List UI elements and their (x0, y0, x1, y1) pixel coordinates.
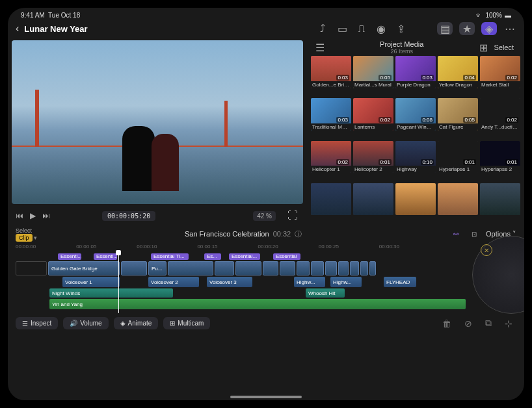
audio-track: Night WindsWhoosh Hit (16, 288, 516, 298)
video-clip[interactable]: Pu... (148, 261, 166, 275)
battery-icon: ▬ (505, 12, 511, 19)
prev-frame-button[interactable]: ⏮ (16, 211, 23, 220)
voiceover-clip[interactable]: Voiceover 2 (148, 277, 199, 287)
copy-icon[interactable]: ⧉ (481, 318, 496, 329)
voiceover-clip[interactable]: Voiceover 1 (62, 277, 120, 287)
media-item[interactable]: 0:05Cat Figure (438, 98, 478, 131)
media-title: Project Media (326, 40, 477, 48)
video-clip[interactable] (168, 261, 213, 275)
timeline-ruler[interactable]: 00:00:0000:00:0500:00:1000:00:1500:00:20… (8, 244, 524, 253)
title-clip[interactable]: Essenti... (58, 253, 81, 260)
audio-clip[interactable]: Whoosh Hit (306, 288, 345, 298)
animate-button[interactable]: ◈ Animate (114, 317, 159, 329)
export-icon[interactable]: ⇪ (394, 22, 407, 35)
title-clip[interactable]: Essential (273, 253, 300, 260)
transport-controls: ⏮ ▶ ⏭ 00:00:05:20 42 % ⛶ (8, 207, 307, 225)
media-item[interactable]: 0:02Helicopter 1 (311, 141, 351, 173)
video-clip[interactable] (350, 261, 359, 275)
zoom-display[interactable]: 42 % (253, 211, 276, 221)
media-item[interactable]: 0:03Golden...e Bridge (311, 56, 351, 88)
video-clip[interactable] (360, 261, 368, 275)
check-icon[interactable]: ⊘ (460, 318, 476, 329)
media-item[interactable]: 0:01Hyperlapse 1 (438, 141, 478, 173)
mic-icon[interactable]: ⎍ (355, 22, 368, 35)
camera-icon[interactable]: ▭ (336, 22, 349, 35)
voiceover-track: Voiceover 1Voiceover 2Voiceover 3Highw..… (16, 277, 516, 287)
next-frame-button[interactable]: ⏭ (42, 211, 50, 220)
title-clip[interactable]: Essential... (229, 253, 260, 260)
timeline-select-label[interactable]: Select (16, 227, 37, 234)
media-item[interactable]: 0:01Helicopter 2 (353, 141, 393, 173)
media-item[interactable]: 0:05Martial...s Mural (353, 56, 393, 88)
fullscreen-icon[interactable]: ⛶ (286, 209, 299, 222)
play-button[interactable]: ▶ (30, 211, 36, 220)
media-grid-icon[interactable]: ⊞ (477, 41, 490, 54)
media-item[interactable]: 0:01Hyperlapse 2 (480, 141, 520, 173)
snap-icon[interactable]: ⊡ (468, 228, 481, 241)
title-clip[interactable]: Essential Ti... (151, 253, 189, 260)
title-clip[interactable]: Essenti... (94, 253, 117, 260)
video-clip[interactable] (263, 261, 278, 275)
voiceover-clip[interactable]: Voiceover 3 (207, 277, 252, 287)
favorites-icon[interactable]: ★ (459, 22, 475, 35)
media-select-button[interactable]: Select (490, 42, 518, 53)
photo-library-icon[interactable]: ▤ (437, 22, 453, 35)
split-icon[interactable]: ⊹ (501, 318, 516, 329)
trash-icon[interactable]: 🗑 (438, 318, 455, 329)
record-icon[interactable]: ◉ (375, 22, 388, 35)
shield-icon[interactable]: ◈ (481, 22, 497, 35)
home-indicator[interactable] (230, 396, 302, 398)
media-list-icon[interactable]: ☰ (313, 41, 326, 54)
video-clip[interactable] (121, 261, 147, 275)
media-item[interactable] (438, 183, 478, 216)
back-button[interactable]: ‹ (16, 23, 19, 34)
media-item[interactable]: 0:02Market Stall (480, 56, 520, 88)
jog-close-button[interactable]: ✕ (481, 244, 492, 256)
timeline-duration: 00:32 (273, 230, 291, 238)
timeline-tracks[interactable]: Essenti...Essenti...Essential Ti...Es...… (8, 253, 524, 313)
timeline-title: San Francisco Celebration (185, 230, 269, 238)
voiceover-clip[interactable]: Highw... (294, 277, 325, 287)
music-clip[interactable]: Yin and Yang (49, 299, 466, 309)
media-item[interactable] (311, 183, 351, 216)
clip-tag[interactable]: Clip (16, 234, 33, 242)
media-item[interactable]: 0:02Andy T...ductions (480, 98, 520, 131)
preview-viewer[interactable] (12, 40, 303, 204)
playhead[interactable] (118, 253, 119, 313)
media-item[interactable]: 0:10Highway (395, 141, 436, 173)
video-clip[interactable] (215, 261, 234, 275)
timecode-display[interactable]: 00:00:05:20 (102, 211, 155, 221)
share-icon[interactable]: ⤴ (316, 22, 329, 35)
bottom-toolbar: ☰ Inspect 🔊 Volume ◈ Animate ⊞ Multicam … (8, 313, 524, 333)
video-placeholder[interactable] (16, 261, 47, 275)
video-clip[interactable] (338, 261, 349, 275)
video-clip[interactable] (235, 261, 261, 275)
wifi-icon: ᯤ (476, 12, 483, 19)
voiceover-clip[interactable]: Highw... (330, 277, 362, 287)
video-clip[interactable]: Golden Gate Bridge (48, 261, 120, 275)
volume-button[interactable]: 🔊 Volume (63, 317, 108, 329)
title-clip[interactable]: Es... (204, 253, 221, 260)
media-item[interactable] (395, 183, 436, 216)
media-item[interactable]: 0:08Pageant Winners (395, 98, 436, 131)
inspect-button[interactable]: ☰ Inspect (16, 317, 58, 329)
media-item[interactable] (480, 183, 520, 216)
media-item[interactable] (353, 183, 393, 216)
link-icon[interactable]: ⚯ (449, 228, 462, 241)
audio-clip[interactable]: Night Winds (49, 288, 173, 298)
media-item[interactable]: 0:04Yellow Dragon (438, 56, 478, 88)
video-clip[interactable] (280, 261, 295, 275)
video-clip[interactable] (311, 261, 324, 275)
video-clip[interactable] (325, 261, 337, 275)
video-clip[interactable] (369, 261, 376, 275)
info-icon[interactable]: ⓘ (295, 230, 302, 238)
media-item[interactable]: 0:02Lanterns (353, 98, 393, 131)
video-clip[interactable] (297, 261, 310, 275)
multicam-button[interactable]: ⊞ Multicam (163, 317, 210, 329)
viewer-panel: ⏮ ▶ ⏭ 00:00:05:20 42 % ⛶ (8, 38, 307, 225)
more-icon[interactable]: ⋯ (503, 22, 516, 35)
title-track: Essenti...Essenti...Essential Ti...Es...… (16, 253, 516, 260)
media-item[interactable]: 0:03Purple Dragon (395, 56, 436, 88)
voiceover-clip[interactable]: FLYHEAD (384, 277, 416, 287)
media-item[interactable]: 0:03Traditional Mural (311, 98, 351, 131)
